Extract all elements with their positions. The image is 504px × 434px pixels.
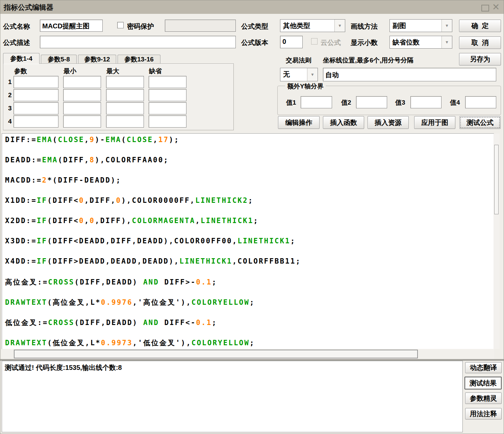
param-col-header: 参数 <box>14 67 27 76</box>
param-cell-input[interactable] <box>106 76 144 88</box>
y4-label: 值4 <box>450 98 460 107</box>
tab-params-9-12[interactable]: 参数9-12 <box>78 55 116 64</box>
param-cell-input[interactable] <box>14 115 58 128</box>
param-cell-input[interactable] <box>14 76 58 88</box>
cloud-formula-checkbox <box>311 38 318 45</box>
formula-type-value: 其他类型 <box>280 20 334 32</box>
param-cell-input[interactable] <box>149 76 186 88</box>
formula-editor-window: 指标公式编辑器 ✕ 公式名称 MACD提醒主图 密码保护 公式类型 其他类型 ▼… <box>0 0 504 434</box>
password-checkbox[interactable] <box>117 22 124 28</box>
ok-button[interactable]: 确 定 <box>459 20 501 32</box>
param-row-number: 4 <box>8 118 12 125</box>
password-input <box>165 20 236 32</box>
edit-operation-button[interactable]: 编辑操作 <box>278 116 320 129</box>
title-bar: 指标公式编辑器 <box>0 0 504 14</box>
tab-params-5-8[interactable]: 参数5-8 <box>41 55 77 64</box>
code-line: DEADD:=EMA(DIFF,8),COLORFFAA00; <box>5 156 494 176</box>
param-wizard-button[interactable]: 参数精灵 <box>465 392 502 404</box>
coord-line-input[interactable]: 自动 <box>323 68 496 81</box>
code-line: X4DD:=IF(DIFF>DEADD,DEADD,DEADD),LINETHI… <box>5 257 494 277</box>
vertical-scrollbar[interactable] <box>494 134 500 349</box>
chevron-down-icon[interactable]: ▼ <box>334 20 345 32</box>
save-as-button[interactable]: 另存为 <box>459 53 501 65</box>
cloud-formula-label: 云公式 <box>321 38 341 47</box>
chevron-down-icon[interactable]: ▼ <box>307 68 318 81</box>
close-icon[interactable]: ✕ <box>491 2 501 12</box>
param-cell-input[interactable] <box>106 115 144 128</box>
param-cell-input[interactable] <box>63 76 101 88</box>
test-formula-button[interactable]: 测试公式 <box>459 116 501 129</box>
trade-rule-label: 交易法则 <box>286 56 311 65</box>
y3-label: 值3 <box>395 98 405 107</box>
formula-desc-label: 公式描述 <box>3 38 30 47</box>
param-cell-input[interactable] <box>149 115 186 128</box>
formula-name-input[interactable]: MACD提醒主图 <box>40 20 103 32</box>
apply-to-chart-button[interactable]: 应用于图 <box>414 116 455 129</box>
param-row-number: 3 <box>8 105 12 112</box>
y3-input[interactable] <box>410 96 442 108</box>
param-col-header: 最大 <box>106 67 119 76</box>
draw-method-value: 副图 <box>390 20 442 32</box>
y1-input[interactable] <box>301 96 332 108</box>
y4-input[interactable] <box>465 96 496 108</box>
code-line: DRAWTEXT(高位金叉,L*0.9976,'高位金叉'),COLORYELL… <box>5 298 494 318</box>
usage-note-button[interactable]: 用法注释 <box>465 408 502 419</box>
param-cell-input[interactable] <box>149 89 186 101</box>
test-result-panel: 测试通过! 代码长度:1535,输出线个数:8 <box>2 361 463 432</box>
code-line: DRAWTEXT(低位金叉,L*0.9973,'低位金叉'),COLORYELL… <box>5 338 494 349</box>
code-line: 高位金叉:=CROSS(DIFF,DEADD) AND DIFF>-0.1; <box>5 277 494 298</box>
status-message: 测试通过! 代码长度:1535,输出线个数:8 <box>5 363 122 372</box>
code-line: X2DD:=IF(DIFF<0,0,DIFF),COLORMAGENTA,LIN… <box>5 217 494 237</box>
y2-input[interactable] <box>356 96 387 108</box>
param-row-number: 2 <box>8 91 12 99</box>
param-cell-input[interactable] <box>106 102 144 114</box>
code-line: DIFF:=EMA(CLOSE,9)-EMA(CLOSE,17); <box>5 136 494 156</box>
param-panel: 参数 最小 最大 缺省 1234 <box>3 63 234 130</box>
trade-rule-select[interactable]: 无 ▼ <box>280 68 318 81</box>
decimal-value: 缺省位数 <box>390 36 442 48</box>
formula-version-input[interactable]: 0 <box>280 36 303 48</box>
trade-rule-value: 无 <box>280 68 307 81</box>
coord-line-hint: 坐标线位置,最多6个,用分号分隔 <box>323 56 413 65</box>
tab-params-13-16[interactable]: 参数13-16 <box>118 55 160 64</box>
code-content: DIFF:=EMA(CLOSE,9)-EMA(CLOSE,17);DEADD:=… <box>5 136 494 349</box>
param-col-header: 最小 <box>64 67 76 76</box>
param-cell-input[interactable] <box>14 102 58 114</box>
tab-params-1-4[interactable]: 参数1-4 <box>3 53 40 64</box>
param-cell-input[interactable] <box>63 102 101 114</box>
param-cell-input[interactable] <box>63 115 101 128</box>
param-cell-input[interactable] <box>106 89 144 101</box>
code-line: 低位金叉:=CROSS(DIFF,DEADD) AND DIFF<-0.1; <box>5 318 494 338</box>
extra-y-group: 额外Y轴分界 值1 值2 值3 值4 <box>277 86 501 115</box>
formula-version-label: 公式版本 <box>241 38 268 47</box>
chevron-down-icon[interactable]: ▼ <box>442 36 452 48</box>
y2-label: 值2 <box>341 98 351 107</box>
param-cell-input[interactable] <box>14 89 58 101</box>
vertical-scrollbar-thumb[interactable] <box>494 145 499 214</box>
draw-method-select[interactable]: 副图 ▼ <box>389 19 452 32</box>
param-cell-input[interactable] <box>63 89 101 101</box>
test-result-button[interactable]: 测试结果 <box>464 377 502 389</box>
formula-type-label: 公式类型 <box>241 22 268 31</box>
chevron-down-icon[interactable]: ▼ <box>442 20 452 32</box>
formula-name-label: 公式名称 <box>3 22 30 31</box>
decimal-label: 显示小数 <box>351 38 378 47</box>
window-title: 指标公式编辑器 <box>4 3 53 12</box>
dynamic-translate-button[interactable]: 动态翻译 <box>465 362 502 373</box>
horizontal-scrollbar[interactable] <box>2 349 494 359</box>
formula-type-select[interactable]: 其他类型 ▼ <box>280 19 345 32</box>
draw-method-label: 画线方法 <box>351 22 378 31</box>
insert-resource-button[interactable]: 插入资源 <box>368 116 409 129</box>
insert-function-button[interactable]: 插入函数 <box>323 116 364 129</box>
param-row-number: 1 <box>8 78 12 86</box>
code-line: MACDD:=2*(DIFF-DEADD); <box>5 176 494 196</box>
code-line: X3DD:=IF(DIFF<DEADD,DIFF,DEADD),COLOR00F… <box>5 237 494 257</box>
decimal-select[interactable]: 缺省位数 ▼ <box>389 36 452 49</box>
code-editor[interactable]: DIFF:=EMA(CLOSE,9)-EMA(CLOSE,17);DEADD:=… <box>2 133 494 349</box>
param-cell-input[interactable] <box>149 102 186 114</box>
cancel-button[interactable]: 取 消 <box>459 36 501 49</box>
horizontal-scrollbar-thumb[interactable] <box>14 350 418 358</box>
code-line: X1DD:=IF(DIFF<0,DIFF,0),COLOR0000FF,LINE… <box>5 196 494 217</box>
maximize-icon[interactable] <box>481 5 489 11</box>
formula-desc-input[interactable] <box>40 36 236 48</box>
